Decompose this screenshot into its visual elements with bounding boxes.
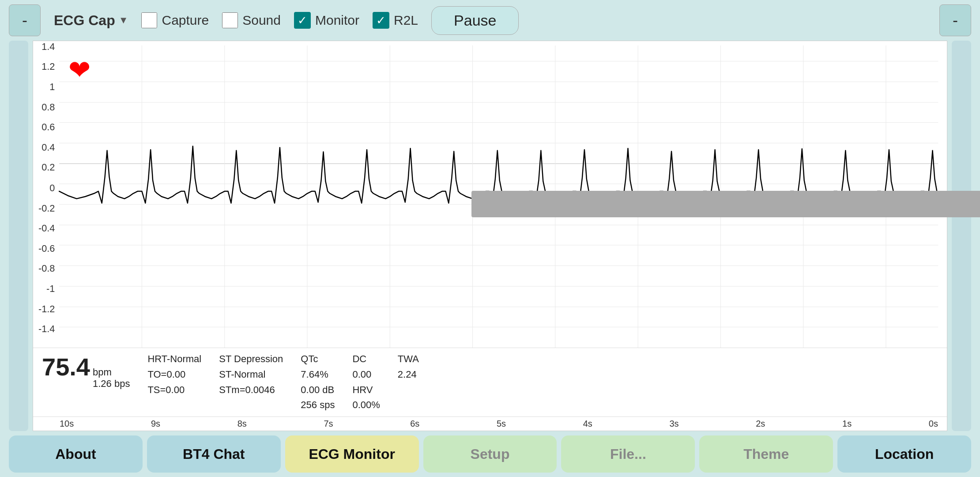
svg-text:1.4: 1.4 — [41, 41, 55, 52]
svg-text:0.2: 0.2 — [41, 162, 55, 173]
x-label-3s: 3s — [669, 419, 678, 429]
pause-button[interactable]: Pause — [431, 6, 519, 35]
ts-label: TS=0.00 — [147, 383, 201, 397]
svg-text:-1.4: -1.4 — [38, 323, 55, 334]
toolbar: - ECG Cap ▼ Capture Sound ✓ Monitor ✓ R2… — [0, 0, 980, 41]
svg-text:-0.8: -0.8 — [38, 263, 55, 274]
capture-checkbox-group: Capture — [141, 12, 209, 28]
app-title-text: ECG Cap — [54, 12, 115, 29]
twa-block: TWA 2.24 — [398, 352, 419, 382]
twa-label: TWA — [398, 352, 419, 366]
tab-bt4chat[interactable]: BT4 Chat — [147, 435, 281, 473]
svg-text:0.4: 0.4 — [41, 142, 55, 153]
tab-location[interactable]: Location — [837, 435, 971, 473]
minus-left-button[interactable]: - — [9, 4, 41, 36]
svg-text:0.8: 0.8 — [41, 102, 55, 113]
scroll-thumb[interactable] — [471, 191, 980, 217]
side-panel-left — [9, 41, 28, 431]
capture-checkbox[interactable] — [141, 12, 157, 28]
tab-ecgmonitor[interactable]: ECG Monitor — [285, 435, 419, 473]
dc-label: DC — [352, 352, 380, 366]
svg-text:-0.4: -0.4 — [38, 223, 55, 234]
tab-setup[interactable]: Setup — [423, 435, 557, 473]
x-label-0s: 0s — [929, 419, 938, 429]
dropdown-arrow-icon[interactable]: ▼ — [119, 15, 128, 26]
hrv-value: 0.00% — [352, 398, 380, 412]
sound-checkbox[interactable] — [222, 12, 238, 28]
x-label-6s: 6s — [410, 419, 419, 429]
stm-label: STm=0.0046 — [219, 383, 283, 397]
monitor-checked-icon: ✓ — [294, 12, 311, 29]
svg-text:0.6: 0.6 — [41, 121, 55, 132]
sound-checkbox-group: Sound — [222, 12, 281, 28]
x-label-2s: 2s — [756, 419, 765, 429]
capture-label: Capture — [162, 13, 209, 28]
bpm-display: 75.4 bpm 1.26 bps — [42, 352, 130, 390]
x-axis-labels: 10s 9s 8s 7s 6s 5s 4s 3s 2s 1s 0s — [33, 416, 947, 431]
qtc-sps: 256 sps — [301, 398, 335, 412]
main-content: ❤ — [0, 41, 980, 431]
qtc-label: QTc — [301, 352, 335, 366]
r2l-checkbox-group: ✓ R2L — [373, 12, 418, 29]
x-label-5s: 5s — [497, 419, 506, 429]
st-block: ST Depression ST-Normal STm=0.0046 — [219, 352, 283, 397]
x-label-1s: 1s — [842, 419, 852, 429]
bottom-nav: About BT4 Chat ECG Monitor Setup File...… — [0, 431, 980, 477]
tab-about[interactable]: About — [9, 435, 143, 473]
side-panel-right — [952, 41, 971, 431]
svg-text:-0.6: -0.6 — [38, 243, 55, 254]
svg-text:1: 1 — [49, 81, 55, 92]
twa-value: 2.24 — [398, 368, 419, 382]
dc-value: 0.00 — [352, 368, 380, 382]
st-normal-label: ST-Normal — [219, 368, 283, 382]
r2l-checked-icon: ✓ — [373, 12, 389, 29]
dc-hrv-block: DC 0.00 HRV 0.00% — [352, 352, 380, 412]
svg-text:-1.2: -1.2 — [38, 303, 55, 314]
minus-right-button[interactable]: - — [939, 4, 971, 36]
stats-area: 75.4 bpm 1.26 bps HRT-Normal TO=0.00 TS=… — [33, 348, 947, 416]
tab-file[interactable]: File... — [561, 435, 695, 473]
x-label-10s: 10s — [60, 419, 74, 429]
qtc-value: 7.64% — [301, 368, 335, 382]
app-title-group: ECG Cap ▼ — [54, 12, 128, 29]
to-label: TO=0.00 — [147, 368, 201, 382]
tab-theme[interactable]: Theme — [699, 435, 833, 473]
hrt-label: HRT-Normal — [147, 352, 201, 366]
hrv-label: HRV — [352, 383, 380, 397]
x-label-9s: 9s — [151, 419, 160, 429]
svg-text:0: 0 — [49, 182, 55, 193]
hrt-block: HRT-Normal TO=0.00 TS=0.00 — [147, 352, 201, 397]
x-label-8s: 8s — [237, 419, 247, 429]
qtc-db: 0.00 dB — [301, 383, 335, 397]
x-label-7s: 7s — [324, 419, 333, 429]
qtc-block: QTc 7.64% 0.00 dB 256 sps — [301, 352, 335, 412]
st-depression-label: ST Depression — [219, 352, 283, 366]
sound-label: Sound — [242, 13, 281, 28]
r2l-label: R2L — [394, 13, 418, 28]
svg-text:1.2: 1.2 — [41, 61, 55, 72]
bpm-unit: bpm 1.26 bps — [93, 367, 130, 390]
svg-text:-0.2: -0.2 — [38, 203, 55, 214]
svg-text:-1: -1 — [46, 283, 55, 294]
x-label-4s: 4s — [583, 419, 592, 429]
monitor-label: Monitor — [315, 13, 359, 28]
chart-container: ❤ — [33, 41, 947, 431]
bpm-value: 75.4 — [42, 352, 90, 381]
monitor-checkbox-group: ✓ Monitor — [294, 12, 359, 29]
